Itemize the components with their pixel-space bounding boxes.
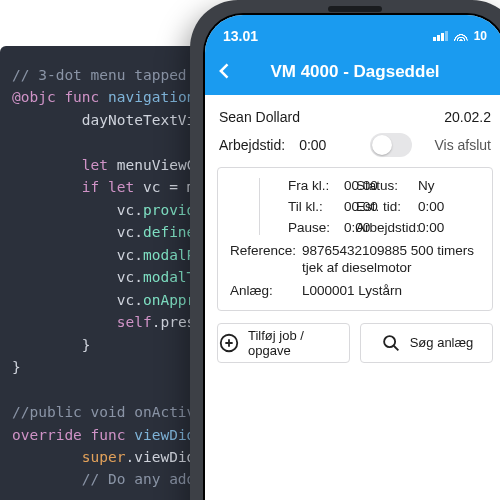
add-job-label: Tilføj job / opgave — [248, 328, 349, 358]
status-bar: 13.01 10 — [205, 15, 500, 49]
date-value: 20.02.2 — [444, 109, 491, 125]
svg-point-3 — [384, 336, 395, 347]
battery-text: 10 — [474, 29, 487, 43]
search-anlaeg-button[interactable]: Søg anlæg — [360, 323, 493, 363]
status-time: 13.01 — [223, 28, 258, 44]
reference-value: 98765432109885 500 timers tjek af diesel… — [302, 243, 480, 277]
arb-label: Arbejdstid: — [356, 220, 418, 235]
svg-line-4 — [393, 345, 398, 350]
vis-afslut-toggle[interactable] — [370, 133, 412, 157]
til-value: 00.00 — [344, 199, 356, 214]
add-job-button[interactable]: Tilføj job / opgave — [217, 323, 350, 363]
reference-label: Reference: — [230, 243, 302, 277]
phone-frame: 13.01 10 VM 4000 - Dagseddel Sean — [190, 0, 500, 500]
nav-bar: VM 4000 - Dagseddel — [205, 49, 500, 95]
search-icon — [380, 332, 402, 354]
back-button[interactable] — [215, 59, 239, 83]
search-anlaeg-label: Søg anlæg — [410, 335, 474, 350]
details-card: Fra kl.: 00.00 Status: Ny Til kl.: 00.00… — [217, 167, 493, 311]
nav-title: VM 4000 - Dagseddel — [270, 62, 439, 82]
phone-speaker — [328, 6, 382, 12]
pause-value: 0:00 — [344, 220, 356, 235]
status-value: Ny — [418, 178, 480, 193]
pause-label: Pause: — [288, 220, 344, 235]
user-name: Sean Dollard — [219, 109, 300, 125]
status-label: Status: — [356, 178, 418, 193]
cellular-icon — [433, 31, 448, 41]
fra-value: 00.00 — [344, 178, 356, 193]
arb-value: 0:00 — [418, 220, 480, 235]
til-label: Til kl.: — [288, 199, 344, 214]
wifi-icon — [454, 31, 468, 41]
est-value: 0:00 — [418, 199, 480, 214]
phone-screen: 13.01 10 VM 4000 - Dagseddel Sean — [205, 15, 500, 500]
est-label: Est. tid: — [356, 199, 418, 214]
worktime-value: 0:00 — [299, 137, 326, 153]
anlaeg-label: Anlæg: — [230, 283, 302, 300]
anlaeg-value: L000001 Lystårn — [302, 283, 480, 300]
fra-label: Fra kl.: — [288, 178, 344, 193]
plus-circle-icon — [218, 332, 240, 354]
toggle-label: Vis afslut — [434, 137, 491, 153]
worktime-label: Arbejdstid: — [219, 137, 285, 153]
